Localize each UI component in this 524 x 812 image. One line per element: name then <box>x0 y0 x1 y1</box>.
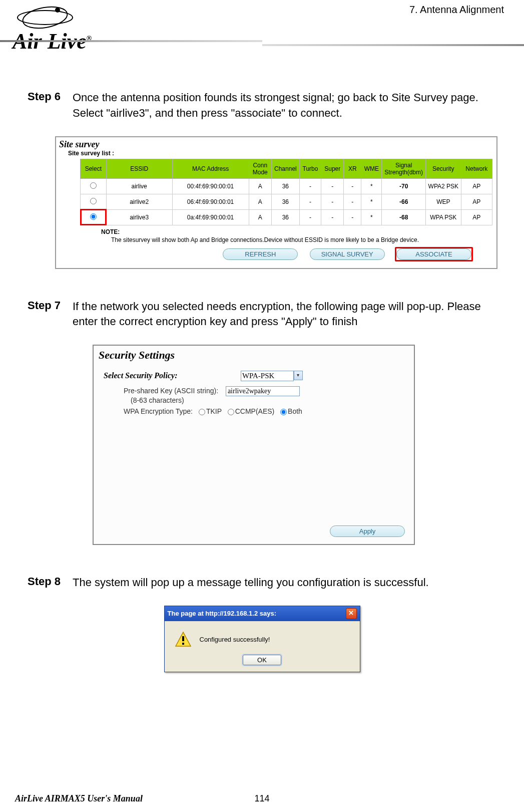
step-8-text: The system will pop up a message telling… <box>73 575 496 591</box>
cell-security: WEP <box>425 194 461 209</box>
ccmp-label: CCMP(AES) <box>235 407 275 415</box>
chevron-down-icon[interactable]: ▾ <box>294 371 303 380</box>
site-survey-buttons: REFRESH SIGNAL SURVEY ASSOCIATE <box>56 248 496 268</box>
cell-essid: airlive2 <box>106 194 172 209</box>
cell-mac: 0a:4f:69:90:00:01 <box>172 209 249 225</box>
cell-channel: 36 <box>271 178 299 194</box>
security-policy-label: Select Security Policy: <box>104 371 239 380</box>
psk-input[interactable] <box>226 386 300 396</box>
security-settings-panel: Security Settings Select Security Policy… <box>93 345 415 545</box>
select-radio-cell[interactable] <box>81 194 107 209</box>
security-settings-title: Security Settings <box>99 349 409 362</box>
warning-icon <box>175 631 192 648</box>
col-wme: WME <box>361 159 382 178</box>
cell-wme: * <box>361 209 382 225</box>
col-super: Super <box>321 159 344 178</box>
cell-super: - <box>321 178 344 194</box>
both-label: Both <box>288 407 302 415</box>
manual-title: AirLive AIRMAX5 User's Manual <box>15 793 143 804</box>
cell-turbo: - <box>299 194 321 209</box>
svg-rect-4 <box>182 636 184 641</box>
cell-network: AP <box>461 178 492 194</box>
psk-note: (8-63 characters) <box>131 396 409 404</box>
note-text: The sitesurvey will show both Ap and Bri… <box>56 236 496 248</box>
svg-point-0 <box>18 11 73 25</box>
cell-xr: - <box>344 194 361 209</box>
psk-label: Pre-shared Key (ASCII string): <box>124 387 224 395</box>
cell-signal: -66 <box>382 194 426 209</box>
tkip-radio[interactable] <box>199 409 205 415</box>
col-channel: Channel <box>271 159 299 178</box>
apply-button[interactable]: Apply <box>330 525 405 537</box>
step-6-label: Step 6 <box>28 90 73 121</box>
step-8: Step 8 The system will pop up a message … <box>28 575 496 591</box>
section-title: 7. Antenna Alignment <box>409 4 504 16</box>
col-mac: MAC Address <box>172 159 249 178</box>
select-radio-cell[interactable] <box>81 209 107 225</box>
cell-signal: -68 <box>382 209 426 225</box>
cell-turbo: - <box>299 178 321 194</box>
ccmp-radio[interactable] <box>228 409 234 415</box>
ok-button[interactable]: OK <box>243 655 281 665</box>
page-header: 7. Antenna Alignment Air Live® <box>0 0 524 60</box>
cell-essid: airlive3 <box>106 209 172 225</box>
refresh-button[interactable]: REFRESH <box>223 248 298 260</box>
col-xr: XR <box>344 159 361 178</box>
cell-security: WPA2 PSK <box>425 178 461 194</box>
step-7-label: Step 7 <box>28 299 73 330</box>
cell-super: - <box>321 209 344 225</box>
table-row: airlive 00:4f:69:90:00:01 A 36 - - - * -… <box>81 178 492 194</box>
cell-essid: airlive <box>106 178 172 194</box>
col-select: Select <box>81 159 107 178</box>
select-radio[interactable] <box>90 182 97 189</box>
table-header-row: Select ESSID MAC Address Conn Mode Chann… <box>81 159 492 178</box>
cell-channel: 36 <box>271 194 299 209</box>
cell-signal: -70 <box>382 178 426 194</box>
svg-point-2 <box>55 8 60 13</box>
dialog-title: The page at http://192.168.1.2 says: <box>168 610 276 617</box>
confirmation-dialog: The page at http://192.168.1.2 says: ✕ C… <box>164 606 360 672</box>
step-6-text: Once the antenna position founds its str… <box>73 90 496 121</box>
select-radio[interactable] <box>90 213 97 220</box>
cell-conn: A <box>249 209 271 225</box>
cell-mac: 00:4f:69:90:00:01 <box>172 178 249 194</box>
site-survey-title: Site survey <box>56 137 496 150</box>
signal-survey-button[interactable]: SIGNAL SURVEY <box>310 248 385 260</box>
both-radio[interactable] <box>280 409 287 415</box>
brand-logo: Air Live® <box>13 3 92 54</box>
cell-conn: A <box>249 178 271 194</box>
cell-super: - <box>321 194 344 209</box>
step-7: Step 7 If the network you selected needs… <box>28 299 496 330</box>
page-number: 114 <box>254 793 269 804</box>
tkip-label: TKIP <box>206 407 222 415</box>
cell-network: AP <box>461 194 492 209</box>
step-6: Step 6 Once the antenna position founds … <box>28 90 496 121</box>
header-divider <box>0 40 524 46</box>
cell-wme: * <box>361 178 382 194</box>
select-radio-cell[interactable] <box>81 178 107 194</box>
col-security: Security <box>425 159 461 178</box>
cell-xr: - <box>344 178 361 194</box>
encryption-type-label: WPA Encryption Type: <box>124 407 193 415</box>
cell-security: WPA PSK <box>425 209 461 225</box>
table-row: airlive3 0a:4f:69:90:00:01 A 36 - - - * … <box>81 209 492 225</box>
svg-point-1 <box>21 4 69 31</box>
site-survey-panel: Site survey Site survey list : Select ES… <box>55 136 497 269</box>
cell-xr: - <box>344 209 361 225</box>
note-label: NOTE: <box>56 225 496 236</box>
col-conn: Conn Mode <box>249 159 271 178</box>
step-8-label: Step 8 <box>28 575 73 591</box>
logo-swirl-icon <box>13 3 78 33</box>
step-7-text: If the network you selected needs encryp… <box>73 299 496 330</box>
cell-wme: * <box>361 194 382 209</box>
cell-network: AP <box>461 209 492 225</box>
cell-turbo: - <box>299 209 321 225</box>
dialog-titlebar: The page at http://192.168.1.2 says: ✕ <box>165 606 360 621</box>
associate-button[interactable]: ASSOCIATE <box>396 248 471 260</box>
site-survey-subtitle: Site survey list : <box>56 150 496 159</box>
close-icon[interactable]: ✕ <box>346 608 357 619</box>
associate-button-label: ASSOCIATE <box>415 250 452 258</box>
security-policy-select[interactable]: WPA-PSK <box>241 371 294 381</box>
dialog-message: Configured successfully! <box>200 636 270 643</box>
select-radio[interactable] <box>90 198 97 204</box>
